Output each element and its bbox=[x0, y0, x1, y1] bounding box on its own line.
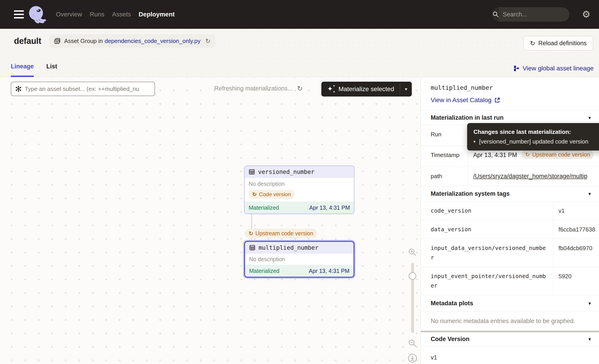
system-tag-row: input_data_version/versioned_number fb04… bbox=[421, 239, 599, 267]
refreshing-status: Refreshing materializations... ↻ bbox=[214, 85, 303, 93]
node-title: versioned_number bbox=[258, 168, 314, 175]
asset-group-icon bbox=[54, 37, 61, 44]
node-timestamp-link[interactable]: Apr 13, 4:31 PM bbox=[309, 205, 350, 211]
tag-key: input_data_version/versioned_number bbox=[421, 239, 553, 267]
timestamp-value[interactable]: Apr 13, 4:31 PM bbox=[473, 152, 517, 159]
code-version-chip[interactable]: ↻ Code version bbox=[249, 190, 295, 199]
run-label: Run bbox=[421, 125, 468, 146]
sparkle-icon: ✦✦✦ bbox=[327, 85, 335, 93]
nav-item-runs[interactable]: Runs bbox=[90, 11, 104, 18]
search-box[interactable]: / bbox=[492, 7, 569, 22]
reload-icon: ↻ bbox=[530, 40, 535, 47]
asset-node-multiplied-number[interactable]: multiplied_number No description Materia… bbox=[244, 241, 354, 277]
search-input[interactable] bbox=[499, 11, 569, 18]
tag-key: data_version bbox=[421, 220, 553, 239]
gear-icon[interactable]: ⚙ bbox=[582, 10, 590, 19]
zoom-in-icon[interactable] bbox=[408, 248, 417, 257]
asset-group-label: Asset Group in bbox=[64, 38, 103, 44]
timestamp-label: Timestamp bbox=[421, 146, 468, 167]
code-version-icon: ↻ bbox=[525, 151, 530, 158]
view-in-asset-catalog-link[interactable]: View in Asset Catalog bbox=[431, 96, 501, 104]
chevron-down-icon[interactable]: ▾ bbox=[588, 191, 591, 197]
view-global-asset-lineage-link[interactable]: View global asset lineage bbox=[513, 65, 594, 72]
node-timestamp-link[interactable]: Apr 13, 4:31 PM bbox=[309, 268, 349, 274]
node-description: No description bbox=[249, 256, 349, 262]
nav-item-assets[interactable]: Assets bbox=[112, 11, 131, 18]
lineage-graph-icon bbox=[513, 65, 520, 72]
section-code-version[interactable]: Code Version ▾ bbox=[421, 332, 599, 346]
tag-key: code_version bbox=[421, 202, 553, 220]
download-image-icon[interactable] bbox=[407, 353, 417, 363]
nav-item-deployment[interactable]: Deployment bbox=[139, 11, 175, 18]
node-title: multiplied_number bbox=[259, 244, 318, 251]
path-row: path /Users/sryza/dagster_home/storage/m… bbox=[421, 167, 599, 186]
dagster-logo-icon[interactable] bbox=[27, 5, 46, 24]
tab-lineage[interactable]: Lineage bbox=[11, 63, 34, 77]
materialize-selected-button[interactable]: ✦✦✦ Materialize selected ▾ bbox=[321, 82, 412, 96]
asset-graph-canvas[interactable]: Refreshing materializations... ↻ ✦✦✦ Mat… bbox=[0, 77, 421, 364]
page-title: default bbox=[14, 36, 41, 46]
top-nav: Overview Runs Assets Deployment / ⚙ bbox=[0, 0, 599, 29]
code-version-icon: ↻ bbox=[249, 230, 253, 237]
section-metadata-plots[interactable]: Metadata plots ▾ bbox=[421, 295, 599, 312]
zoom-slider[interactable] bbox=[411, 263, 414, 333]
materialize-dropdown-caret[interactable]: ▾ bbox=[400, 82, 412, 96]
changes-tooltip: Changes since last materialization: • [v… bbox=[467, 123, 599, 150]
zoom-out-icon[interactable] bbox=[408, 339, 417, 348]
zoom-controls bbox=[407, 248, 418, 363]
tag-value: v1 bbox=[553, 202, 599, 220]
metadata-plots-empty-note: No numeric metadata entries available to… bbox=[421, 312, 599, 331]
system-tag-row: data_version f6ccba177638 bbox=[421, 220, 599, 239]
asset-details-panel: multiplied_number View in Asset Catalog … bbox=[421, 77, 599, 364]
code-version-value: v1 bbox=[421, 346, 599, 364]
panel-asset-title: multiplied_number bbox=[431, 84, 589, 91]
table-icon bbox=[249, 169, 255, 175]
view-tabs: Lineage List bbox=[11, 63, 57, 77]
node-status: Materialized bbox=[249, 268, 280, 274]
tag-value: 5920 bbox=[553, 267, 599, 295]
table-icon bbox=[249, 244, 255, 251]
tooltip-bullet: • bbox=[474, 138, 476, 145]
reload-definitions-button[interactable]: ↻ Reload definitions bbox=[523, 36, 593, 50]
upstream-code-version-tag[interactable]: ↻ Upstream code version bbox=[522, 150, 594, 159]
nav-item-overview[interactable]: Overview bbox=[56, 11, 82, 18]
tag-key: input_event_pointer/versioned_number bbox=[421, 267, 553, 295]
page-header: default Asset Group in dependencies_code… bbox=[0, 29, 599, 77]
tag-value: fb04dcb6970 bbox=[553, 239, 599, 267]
asset-subset-filter[interactable] bbox=[11, 82, 155, 96]
chevron-down-icon[interactable]: ▾ bbox=[588, 115, 591, 121]
node-status: Materialized bbox=[249, 205, 279, 211]
graph-query-icon bbox=[15, 85, 22, 93]
refresh-icon[interactable]: ↻ bbox=[297, 85, 303, 93]
node-description: No description bbox=[249, 181, 350, 187]
path-link[interactable]: /Users/sryza/dagster_home/storage/multip bbox=[473, 173, 587, 180]
zoom-slider-handle[interactable] bbox=[409, 272, 416, 280]
tab-list[interactable]: List bbox=[46, 63, 57, 77]
asset-subset-input[interactable] bbox=[25, 86, 151, 93]
reload-location-icon[interactable]: ↻ bbox=[203, 36, 213, 46]
system-tag-row: code_version v1 bbox=[421, 202, 599, 220]
tooltip-title: Changes since last materialization: bbox=[474, 129, 599, 135]
hamburger-menu-icon[interactable] bbox=[14, 10, 24, 18]
system-tag-row: input_event_pointer/versioned_number 592… bbox=[421, 267, 599, 295]
tag-value: f6ccba177638 bbox=[553, 220, 599, 239]
asset-group-badge: Asset Group in dependencies_code_version… bbox=[49, 34, 215, 48]
chevron-down-icon[interactable]: ▾ bbox=[588, 301, 591, 306]
code-version-icon: ↻ bbox=[252, 191, 257, 198]
path-label: path bbox=[421, 167, 468, 186]
panel-resize-divider[interactable] bbox=[421, 331, 599, 332]
external-link-icon bbox=[494, 97, 501, 103]
asset-node-versioned-number[interactable]: versioned_number No description ↻ Code v… bbox=[244, 165, 354, 214]
asset-group-file-link[interactable]: dependencies_code_version_only.py bbox=[105, 38, 201, 44]
nav-links: Overview Runs Assets Deployment bbox=[56, 11, 175, 18]
upstream-code-version-chip[interactable]: ↻ Upstream code version bbox=[245, 229, 317, 238]
section-system-tags[interactable]: Materialization system tags ▾ bbox=[421, 186, 599, 202]
tooltip-text: [versioned_number] updated code version bbox=[479, 138, 588, 145]
chevron-down-icon[interactable]: ▾ bbox=[588, 336, 591, 342]
search-icon bbox=[492, 7, 499, 22]
